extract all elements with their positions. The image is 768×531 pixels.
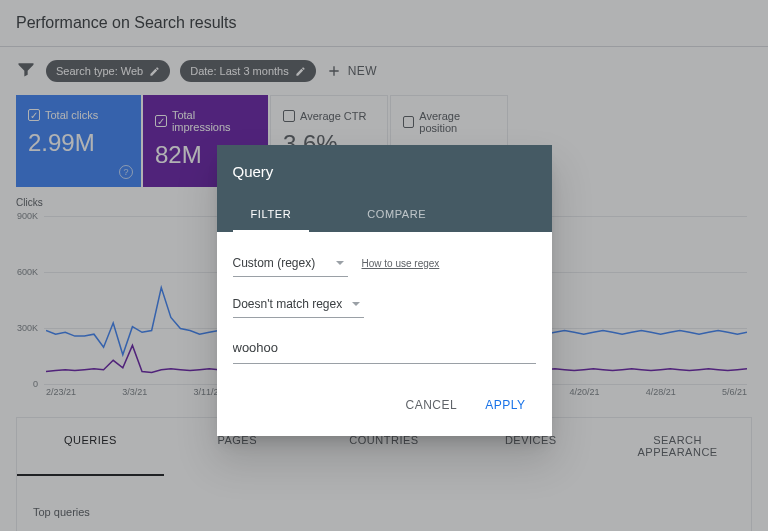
dialog-tab-filter[interactable]: FILTER	[233, 198, 310, 232]
apply-button[interactable]: APPLY	[475, 390, 535, 420]
regex-help-link[interactable]: How to use regex	[362, 258, 440, 269]
query-dialog: Query FILTER COMPARE Custom (regex) How …	[217, 145, 552, 436]
dialog-title: Query	[233, 163, 536, 180]
modal-overlay: Query FILTER COMPARE Custom (regex) How …	[0, 0, 768, 531]
match-mode-select[interactable]: Doesn't match regex	[233, 291, 365, 318]
cancel-button[interactable]: CANCEL	[396, 390, 468, 420]
query-input[interactable]	[233, 332, 536, 364]
filter-type-select[interactable]: Custom (regex)	[233, 250, 348, 277]
dialog-tab-compare[interactable]: COMPARE	[349, 198, 444, 232]
